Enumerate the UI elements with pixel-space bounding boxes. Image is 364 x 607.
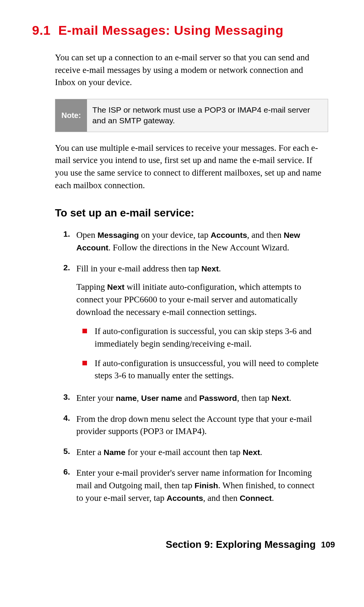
bold-accounts: Accounts	[167, 494, 203, 502]
section-number: 9.1	[32, 23, 51, 37]
step-4: 4. From the drop down menu select the Ac…	[63, 413, 323, 438]
step-2: 2. Fill in your e-mail address then tap …	[63, 263, 323, 384]
section-heading: 9.1 E-mail Messages: Using Messaging	[32, 23, 337, 38]
bold-next: Next	[272, 394, 289, 402]
bold-next: Next	[201, 264, 219, 273]
step-body: Fill in your e-mail address then tap Nex…	[76, 263, 323, 384]
step-body: Open Messaging on your device, tap Accou…	[76, 229, 323, 254]
page-footer: Section 9: Exploring Messaging 109	[27, 539, 337, 550]
page-number: 109	[321, 540, 335, 549]
step-number: 4.	[63, 413, 76, 438]
bullet-text: If auto-configuration is unsuccessful, y…	[95, 357, 323, 382]
step-number: 5.	[63, 446, 76, 459]
step-body: Enter your e-mail provider's server name…	[76, 467, 323, 504]
note-box: Note: The ISP or network must use a POP3…	[55, 99, 328, 132]
bold-next: Next	[243, 448, 260, 457]
square-bullet-icon	[82, 361, 87, 365]
step-number: 2.	[63, 263, 76, 384]
bold-connect: Connect	[240, 494, 272, 502]
step-number: 1.	[63, 229, 76, 254]
bullet-text: If auto-configuration is successful, you…	[95, 325, 323, 350]
bold-name: name	[116, 394, 137, 402]
note-text: The ISP or network must use a POP3 or IM…	[87, 99, 328, 132]
step-5: 5. Enter a Name for your e-mail account …	[63, 446, 323, 459]
bold-messaging: Messaging	[98, 231, 139, 239]
bold-finish: Finish	[195, 481, 218, 490]
paragraph-2: You can use multiple e-mail services to …	[55, 142, 323, 192]
list-item: If auto-configuration is unsuccessful, y…	[82, 357, 323, 382]
intro-paragraph: You can set up a connection to an e-mail…	[55, 52, 323, 89]
step-1: 1. Open Messaging on your device, tap Ac…	[63, 229, 323, 254]
step-3: 3. Enter your name, User name and Passwo…	[63, 392, 323, 405]
bold-next: Next	[107, 283, 125, 291]
footer-section-title: Section 9: Exploring Messaging	[166, 539, 316, 550]
step-number: 3.	[63, 392, 76, 405]
section-title-text: E-mail Messages: Using Messaging	[58, 23, 283, 37]
step-6: 6. Enter your e-mail provider's server n…	[63, 467, 323, 504]
square-bullet-icon	[82, 329, 87, 333]
step-body: From the drop down menu select the Accou…	[76, 413, 323, 438]
subheading: To set up an e-mail service:	[55, 207, 337, 219]
bold-password: Password	[199, 394, 237, 402]
step-body: Enter your name, User name and Password,…	[76, 392, 323, 405]
bold-name: Name	[104, 448, 126, 457]
list-item: If auto-configuration is successful, you…	[82, 325, 323, 350]
step-number: 6.	[63, 467, 76, 504]
sub-bullet-list: If auto-configuration is successful, you…	[82, 325, 323, 382]
bold-accounts: Accounts	[211, 231, 247, 239]
bold-user-name: User name	[141, 394, 182, 402]
step-body: Enter a Name for your e-mail account the…	[76, 446, 323, 459]
step-4-text: From the drop down menu select the Accou…	[76, 413, 323, 438]
note-label: Note:	[55, 99, 87, 132]
